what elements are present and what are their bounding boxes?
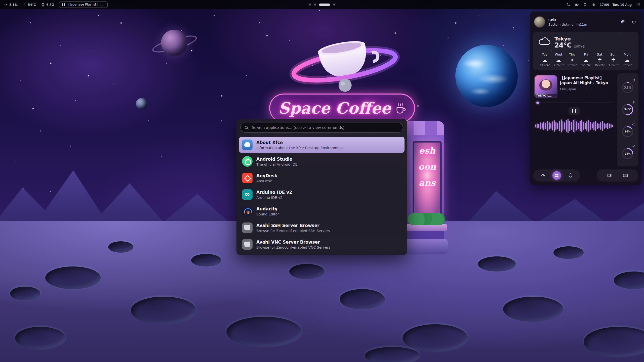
profile-card: seb System Uptime: 4h11m bbox=[533, 15, 638, 29]
window-neon-word: oon bbox=[414, 159, 440, 175]
result-row-anydesk[interactable]: AnyDesk AnyDesk bbox=[239, 170, 405, 186]
small-moon bbox=[136, 98, 147, 110]
coffee-cup-icon bbox=[395, 102, 406, 115]
forecast-row: Tue ☁ 33°/24° Wed ☁ 35°/25° Thu ☀ 33°/26… bbox=[538, 53, 634, 67]
weather-glyph-icon: ☂ bbox=[607, 58, 620, 63]
quick-actions-left bbox=[533, 169, 580, 182]
apps-button-active[interactable] bbox=[552, 171, 561, 180]
disk-gauge: 24% bbox=[620, 145, 635, 161]
now-playing-widget[interactable]: 【Japanese Playlist】 J... bbox=[59, 2, 108, 8]
android-studio-icon bbox=[242, 156, 253, 167]
phone-icon[interactable] bbox=[567, 3, 570, 7]
cloud-icon bbox=[538, 37, 551, 46]
settings-button[interactable] bbox=[619, 18, 627, 26]
cpu-gauge-icon bbox=[4, 3, 8, 7]
system-uptime: System Uptime: 4h11m bbox=[548, 23, 587, 26]
disk-icon bbox=[632, 145, 635, 148]
workspace-switcher bbox=[309, 0, 335, 9]
crater bbox=[403, 324, 468, 352]
result-desc: Information about the Xfce Desktop Envir… bbox=[256, 146, 343, 150]
result-title: Avahi VNC Server Browser bbox=[256, 240, 330, 245]
forecast-day: Tue ☁ 33°/24° bbox=[538, 53, 551, 67]
seek-handle[interactable] bbox=[536, 102, 539, 104]
system-gauges-card: 3.1% 54°C 14% 24% bbox=[617, 73, 638, 166]
result-row-about-xfce[interactable]: About Xfce Information about the Xfce De… bbox=[239, 137, 405, 153]
crater bbox=[191, 254, 221, 266]
sign-text: Space Coffee bbox=[278, 99, 391, 117]
search-input[interactable] bbox=[240, 123, 403, 133]
notification-bell-icon[interactable] bbox=[583, 3, 587, 7]
temp-stat-value: 54°C bbox=[28, 3, 36, 7]
result-row-avahi-vnc[interactable]: Avahi VNC Server Browser Browse for Zero… bbox=[239, 236, 405, 252]
crater bbox=[10, 287, 40, 300]
workspace-dot[interactable] bbox=[314, 4, 316, 6]
screen-record-icon[interactable] bbox=[607, 173, 612, 178]
weather-glyph-icon: ☁ bbox=[538, 58, 551, 63]
result-row-avahi-ssh[interactable]: Avahi SSH Server Browser Browse for Zero… bbox=[239, 220, 405, 236]
power-icon bbox=[632, 20, 636, 24]
crater bbox=[503, 297, 564, 322]
track-subtitle: Chill Japan. bbox=[560, 87, 613, 91]
seek-track bbox=[535, 103, 613, 103]
temperature-gauge: 54°C bbox=[620, 101, 635, 117]
result-row-audacity[interactable]: Audacity Sound Editor bbox=[239, 203, 405, 219]
apps-grid-icon bbox=[555, 173, 559, 178]
window-neon-word: ans bbox=[414, 175, 440, 191]
forecast-day: Wed ☁ 35°/25° bbox=[552, 53, 565, 67]
crater bbox=[553, 246, 584, 259]
username: seb bbox=[548, 18, 587, 22]
result-row-arduino[interactable]: Arduino IDE v2 Arduino IDE v2 bbox=[239, 187, 405, 203]
result-desc: Sound Editor bbox=[256, 212, 279, 216]
floating-space-cup bbox=[274, 28, 415, 101]
ringed-planet bbox=[161, 30, 187, 56]
dashboard-icon[interactable] bbox=[540, 173, 545, 178]
power-button[interactable] bbox=[630, 18, 638, 26]
weather-city: Tokyo bbox=[554, 36, 585, 42]
now-playing-text: 【Japanese Playlist】 J... bbox=[67, 3, 104, 7]
thermometer-icon bbox=[632, 101, 635, 104]
thermometer-icon bbox=[23, 3, 26, 7]
cpu-stat-value: 3.1% bbox=[9, 3, 18, 7]
weather-glyph-icon: ☂ bbox=[593, 58, 607, 63]
crater bbox=[478, 256, 516, 272]
cpu-stat: 3.1% bbox=[4, 3, 18, 7]
album-art-text: TOKYO L... bbox=[535, 94, 557, 98]
memory-stat-value: 6.8G bbox=[46, 3, 54, 7]
shop-window: esh oon ans bbox=[413, 141, 442, 216]
weather-glyph-icon: ☁ bbox=[620, 58, 634, 63]
crater bbox=[226, 317, 302, 347]
result-title: AnyDesk bbox=[256, 173, 277, 178]
avahi-ssh-icon bbox=[242, 222, 253, 233]
clock[interactable]: 17:09 - Tue, 19 Aug bbox=[600, 3, 632, 7]
result-title: Arduino IDE v2 bbox=[256, 190, 292, 195]
volume-icon[interactable] bbox=[591, 3, 595, 7]
pause-button[interactable] bbox=[569, 107, 580, 115]
track-title: 【Japanese Playlist】 Japan All Night - To… bbox=[560, 75, 613, 86]
memory-gauge: 14% bbox=[620, 123, 635, 139]
crater bbox=[15, 327, 65, 349]
album-art[interactable]: TOKYO L... bbox=[535, 75, 557, 98]
workspace-dot[interactable] bbox=[333, 4, 335, 6]
crater bbox=[45, 266, 101, 289]
xfce-app-icon bbox=[242, 140, 253, 150]
keyboard-icon[interactable] bbox=[623, 173, 628, 178]
avahi-vnc-icon bbox=[242, 239, 253, 250]
weather-timezone: (GMT+9) bbox=[574, 45, 585, 48]
result-desc: Browse for Zeroconf-enabled SSH Servers bbox=[256, 229, 330, 233]
result-row-android-studio[interactable]: Android Studio The official Android IDE bbox=[239, 153, 405, 169]
battery-icon[interactable] bbox=[575, 3, 579, 7]
forecast-day: Sun ☂ 33°/26° bbox=[607, 53, 620, 67]
result-desc: AnyDesk bbox=[256, 179, 277, 183]
weather-temp: 24°C bbox=[554, 41, 572, 49]
arduino-icon bbox=[242, 189, 253, 200]
result-desc: Browse for Zeroconf-enabled VNC Servers bbox=[256, 245, 330, 249]
quick-actions-row bbox=[533, 169, 638, 182]
workspace-dot[interactable] bbox=[309, 4, 311, 6]
waveform bbox=[535, 118, 613, 134]
app-grid-icon[interactable] bbox=[636, 3, 640, 7]
workspace-active-pill[interactable] bbox=[319, 4, 330, 6]
result-desc: The official Android IDE bbox=[256, 162, 297, 166]
shield-icon[interactable] bbox=[568, 173, 573, 178]
avatar bbox=[534, 16, 545, 28]
seek-bar[interactable] bbox=[535, 102, 613, 104]
